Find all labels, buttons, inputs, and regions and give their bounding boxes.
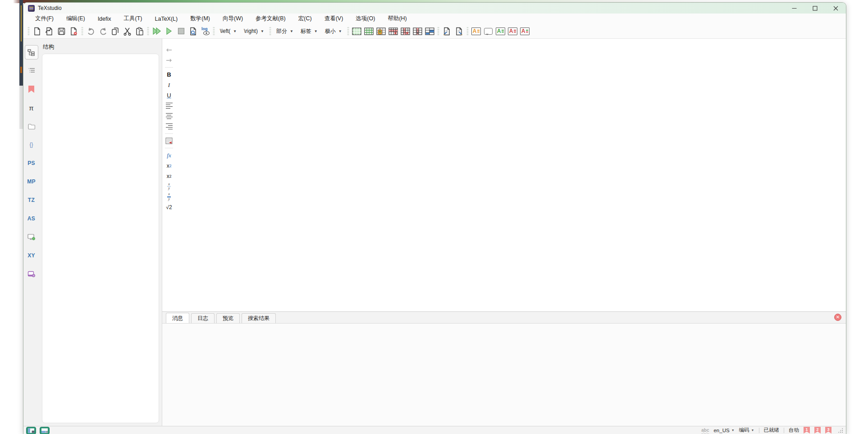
menu-tools[interactable]: 工具(T): [118, 14, 149, 24]
language-dropdown[interactable]: en_US ▼: [713, 428, 734, 433]
bookmarks-panel-tab[interactable]: [25, 82, 38, 96]
auto-lineend-button[interactable]: 自动: [789, 427, 799, 434]
fraction-button[interactable]: x y: [164, 192, 174, 201]
asymptote-panel-tab[interactable]: AS: [25, 211, 38, 226]
preview-panel-tab[interactable]: [25, 230, 38, 244]
brackets-panel-tab[interactable]: {}: [25, 137, 38, 152]
structure-panel-tab[interactable]: [25, 45, 38, 59]
resize-grip[interactable]: [838, 428, 843, 433]
comment-button[interactable]: [482, 25, 494, 37]
redo-button[interactable]: [97, 25, 109, 37]
square-root-button[interactable]: √2: [164, 202, 174, 212]
copy-button[interactable]: [109, 25, 121, 37]
italic-button[interactable]: I: [164, 80, 174, 90]
underline-button[interactable]: U: [164, 91, 174, 100]
insert-image-button[interactable]: [164, 136, 174, 146]
insert-table-button[interactable]: [351, 25, 363, 37]
menu-file[interactable]: 文件(F): [29, 14, 60, 24]
symbols-panel-tab[interactable]: π: [25, 101, 38, 115]
encoding-dropdown[interactable]: 编码 ▼: [739, 427, 754, 434]
compile-and-view-button[interactable]: [151, 25, 163, 37]
view-log-button[interactable]: log: [199, 25, 211, 37]
align-left-button[interactable]: [164, 101, 174, 110]
bold-button[interactable]: B: [164, 70, 174, 79]
window-controls: [784, 3, 846, 14]
new-file-button[interactable]: [31, 25, 43, 37]
subscript-index: 2: [169, 164, 172, 168]
menu-latex[interactable]: LaTeX(L): [149, 14, 184, 23]
next-change-button[interactable]: [453, 25, 465, 37]
menu-wizard[interactable]: 向导(W): [216, 14, 249, 24]
spellcheck-indicator[interactable]: abc: [701, 428, 709, 433]
view-pdf-button[interactable]: [187, 25, 199, 37]
editor-area[interactable]: [176, 39, 846, 311]
outline-panel-tab[interactable]: [25, 64, 38, 78]
label-dropdown[interactable]: 标签 ▼: [297, 26, 321, 37]
menu-idefix[interactable]: Idefix: [91, 14, 118, 23]
cut-button[interactable]: [121, 25, 133, 37]
close-file-icon: [69, 27, 78, 36]
inline-math-button[interactable]: fx: [164, 151, 174, 160]
bookmark-3-button[interactable]: 3: [825, 427, 831, 434]
accept-change-button[interactable]: A: [494, 25, 507, 37]
tab-search-results[interactable]: 搜索结果: [242, 313, 276, 323]
reject-change-button[interactable]: A: [507, 25, 519, 37]
minimize-button[interactable]: [784, 3, 804, 14]
stop-compile-button[interactable]: [175, 25, 187, 37]
section-dropdown[interactable]: 部分 ▼: [273, 26, 297, 37]
encoding-value: 编码: [739, 427, 749, 434]
left-delimiter-dropdown[interactable]: \left( ▼: [216, 26, 240, 37]
tab-log[interactable]: 日志: [191, 313, 215, 323]
tab-messages[interactable]: 消息: [166, 313, 189, 323]
open-file-icon: [45, 27, 54, 36]
superscript-button[interactable]: x2: [164, 171, 174, 181]
close-button[interactable]: [825, 3, 846, 14]
close-panel-button[interactable]: ✕: [834, 314, 841, 321]
add-table-row-button[interactable]: [363, 25, 375, 37]
small-fraction-button[interactable]: x y: [164, 182, 174, 191]
menu-options[interactable]: 选项(O): [349, 14, 381, 24]
previous-change-button[interactable]: [441, 25, 453, 37]
align-center-button[interactable]: [164, 111, 174, 121]
indent-button[interactable]: [164, 55, 174, 65]
todo-annotation-button[interactable]: A: [470, 25, 482, 37]
structure-tree-view[interactable]: [42, 54, 159, 423]
view-button[interactable]: [163, 25, 175, 37]
open-file-button[interactable]: [43, 25, 55, 37]
menu-help[interactable]: 帮助(H): [381, 14, 413, 24]
remove-table-column-button[interactable]: [399, 25, 411, 37]
track-changes-button[interactable]: A: [519, 25, 531, 37]
tab-preview[interactable]: 预览: [216, 313, 240, 323]
toggle-structure-panel-button[interactable]: [26, 427, 37, 434]
font-size-dropdown[interactable]: 极小 ▼: [321, 26, 346, 37]
save-button[interactable]: [55, 25, 68, 37]
menu-macros[interactable]: 宏(C): [292, 14, 318, 24]
menu-bibliography[interactable]: 参考文献(B): [249, 14, 292, 24]
pstricks-panel-tab[interactable]: PS: [25, 156, 38, 170]
status-bar-right: abc en_US ▼ 编码 ▼ 已就绪 自动 1 2 3: [701, 427, 843, 434]
menu-edit[interactable]: 编辑(E): [60, 14, 91, 24]
paste-button[interactable]: [133, 25, 146, 37]
bookmark-1-button[interactable]: 1: [804, 427, 810, 434]
subscript-button[interactable]: x2: [164, 161, 174, 170]
unindent-button[interactable]: [164, 45, 174, 55]
macros-panel-tab[interactable]: [25, 267, 38, 281]
menu-view[interactable]: 查看(V): [318, 14, 350, 24]
paste-table-button[interactable]: [375, 25, 387, 37]
align-right-button[interactable]: [164, 122, 174, 131]
remove-table-row-button[interactable]: [387, 25, 399, 37]
toggle-messages-panel-button[interactable]: [40, 427, 50, 434]
xy-panel-tab[interactable]: XY: [25, 248, 38, 263]
bookmark-2-button[interactable]: 2: [814, 427, 821, 434]
paste-table-column-button[interactable]: [411, 25, 424, 37]
right-delimiter-dropdown[interactable]: \right) ▼: [240, 26, 268, 37]
metapost-panel-tab[interactable]: MP: [25, 174, 38, 189]
paste-table-column-icon: [413, 27, 422, 35]
files-panel-tab[interactable]: [25, 119, 38, 133]
maximize-button[interactable]: [804, 3, 825, 14]
tikz-panel-tab[interactable]: TZ: [25, 193, 38, 207]
align-table-columns-button[interactable]: [424, 25, 436, 37]
undo-button[interactable]: [85, 25, 97, 37]
menu-math[interactable]: 数学(M): [184, 14, 216, 24]
close-file-button[interactable]: [68, 25, 80, 37]
